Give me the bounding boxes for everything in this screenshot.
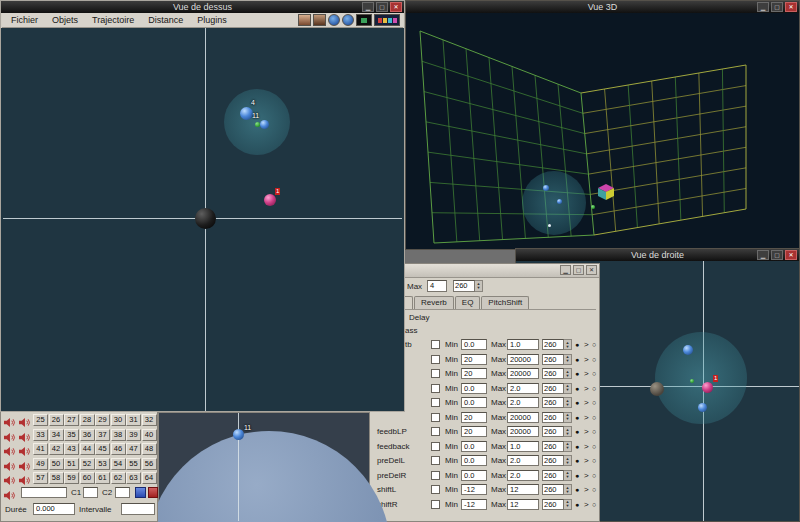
speaker-number-button[interactable]: 27 <box>64 414 79 426</box>
spinner-arrows[interactable]: ▲▼ <box>564 397 572 408</box>
maximize-button[interactable]: ▢ <box>771 250 783 260</box>
spinner-down-icon[interactable]: ▼ <box>566 388 570 392</box>
speaker-number-button[interactable]: 47 <box>126 443 141 455</box>
spinner-arrows[interactable]: ▲▼ <box>564 339 572 350</box>
param-max-field[interactable]: 1.0 <box>507 339 539 350</box>
spinner-down-icon[interactable]: ▼ <box>566 374 570 378</box>
menu-objets[interactable]: Objets <box>45 13 85 27</box>
source-dot[interactable] <box>548 224 551 227</box>
param-max-field[interactable]: 2.0 <box>507 397 539 408</box>
spinner-value[interactable]: 260 <box>542 426 564 437</box>
speaker-icon-a[interactable] <box>3 429 17 441</box>
spinner-down-icon[interactable]: ▼ <box>566 446 570 450</box>
speaker-number-button[interactable]: 46 <box>111 443 126 455</box>
source-dot-11[interactable] <box>260 120 269 129</box>
c1-field[interactable] <box>83 487 98 498</box>
spinner-value[interactable]: 260 <box>542 484 564 495</box>
speaker-number-button[interactable]: 29 <box>95 414 110 426</box>
param-max-field[interactable]: 12 <box>507 484 539 495</box>
param-min-field[interactable]: 0.0 <box>461 455 487 466</box>
radio-empty-icon[interactable]: ○ <box>592 472 596 479</box>
close-button[interactable]: ✕ <box>390 2 402 12</box>
spinner-down-icon[interactable]: ▼ <box>566 461 570 465</box>
spinner-value[interactable]: 260 <box>542 441 564 452</box>
param-max-field[interactable]: 2.0 <box>507 383 539 394</box>
speaker-number-button[interactable]: 30 <box>111 414 126 426</box>
speaker-number-button[interactable]: 61 <box>95 472 110 484</box>
spinner-arrows[interactable]: ▲ ▼ <box>475 280 483 292</box>
maximize-button[interactable]: ▢ <box>771 2 783 12</box>
speaker-icon-b[interactable] <box>18 429 32 441</box>
param-min-field[interactable]: 20 <box>461 368 487 379</box>
speaker-icon-a[interactable] <box>3 472 17 484</box>
radio-filled-icon[interactable]: ● <box>575 457 579 464</box>
zoomed-sphere[interactable] <box>147 431 391 522</box>
close-button[interactable]: ✕ <box>785 2 797 12</box>
speaker-icon-b[interactable] <box>18 472 32 484</box>
param-min-field[interactable]: -12 <box>461 499 487 510</box>
tab-eq[interactable]: EQ <box>455 296 481 309</box>
radio-empty-icon[interactable]: ○ <box>592 457 596 464</box>
speaker-number-button[interactable]: 54 <box>111 458 126 470</box>
spinner-arrows[interactable]: ▲▼ <box>564 455 572 466</box>
speaker-number-button[interactable]: 40 <box>142 429 157 441</box>
spinner-down-icon[interactable]: ▼ <box>566 432 570 436</box>
speaker-number-button[interactable]: 51 <box>64 458 79 470</box>
param-min-field[interactable]: 20 <box>461 354 487 365</box>
menu-fichier[interactable]: Fichier <box>4 13 45 27</box>
speaker-number-button[interactable]: 44 <box>80 443 95 455</box>
cue-field[interactable] <box>21 487 67 498</box>
blue-tool-icon[interactable] <box>135 487 146 498</box>
speaker-number-button[interactable]: 33 <box>33 429 48 441</box>
param-min-field[interactable]: 0.0 <box>461 470 487 481</box>
radio-empty-icon[interactable]: ○ <box>592 501 596 508</box>
spinner-arrows[interactable]: ▲▼ <box>564 383 572 394</box>
tab-reverb[interactable]: Reverb <box>414 296 454 309</box>
param-checkbox[interactable] <box>431 340 440 349</box>
param-max-field[interactable]: 1.0 <box>507 441 539 452</box>
tab-pitchshift[interactable]: PitchShift <box>481 296 529 309</box>
cube-object[interactable] <box>598 184 614 200</box>
param-max-field[interactable]: 2.0 <box>507 470 539 481</box>
minimize-button[interactable]: ▁ <box>757 250 769 260</box>
speaker-number-button[interactable]: 42 <box>49 443 64 455</box>
maximize-button[interactable]: ▢ <box>573 265 584 275</box>
titlebar-vue-3d[interactable]: Vue 3D ▁ ▢ ✕ <box>406 1 799 13</box>
menu-distance[interactable]: Distance <box>141 13 190 27</box>
param-checkbox[interactable] <box>431 369 440 378</box>
spinner-value[interactable]: 260 <box>453 280 475 292</box>
spinner-down-icon[interactable]: ▼ <box>566 504 570 508</box>
speaker-number-button[interactable]: 26 <box>49 414 64 426</box>
spinner-value[interactable]: 260 <box>542 354 564 365</box>
view-top-canvas[interactable]: 4 11 1 <box>1 28 404 411</box>
menu-plugins[interactable]: Plugins <box>190 13 234 27</box>
param-checkbox[interactable] <box>431 398 440 407</box>
radio-filled-icon[interactable]: ● <box>575 399 579 406</box>
spinner-value[interactable]: 260 <box>542 470 564 481</box>
spinner-arrows[interactable]: ▲▼ <box>564 499 572 510</box>
minimize-button[interactable]: ▁ <box>560 265 571 275</box>
param-checkbox[interactable] <box>431 355 440 364</box>
intervalle-field[interactable] <box>121 503 155 515</box>
radio-empty-icon[interactable]: ○ <box>592 414 596 421</box>
speaker-number-button[interactable]: 55 <box>126 458 141 470</box>
speaker-number-button[interactable]: 36 <box>80 429 95 441</box>
globe-icon[interactable] <box>328 14 340 26</box>
speaker-number-button[interactable]: 64 <box>142 472 157 484</box>
speaker-number-button[interactable]: 52 <box>80 458 95 470</box>
radio-filled-icon[interactable]: ● <box>575 443 579 450</box>
speaker-icon-a[interactable] <box>3 414 17 426</box>
param-min-field[interactable]: 0.0 <box>461 383 487 394</box>
spinner-value[interactable]: 260 <box>542 383 564 394</box>
source-dot[interactable] <box>557 199 562 204</box>
sound-zone-sphere[interactable] <box>522 171 586 235</box>
globe-icon[interactable] <box>342 14 354 26</box>
red-tool-icon[interactable] <box>148 487 158 498</box>
speaker-number-button[interactable]: 34 <box>49 429 64 441</box>
source-dot[interactable] <box>683 345 693 355</box>
minimize-button[interactable]: ▁ <box>362 2 374 12</box>
source-dot[interactable] <box>233 429 244 440</box>
param-checkbox[interactable] <box>431 471 440 480</box>
param-max-field[interactable]: 20000 <box>507 354 539 365</box>
spinner-value[interactable]: 260 <box>542 368 564 379</box>
